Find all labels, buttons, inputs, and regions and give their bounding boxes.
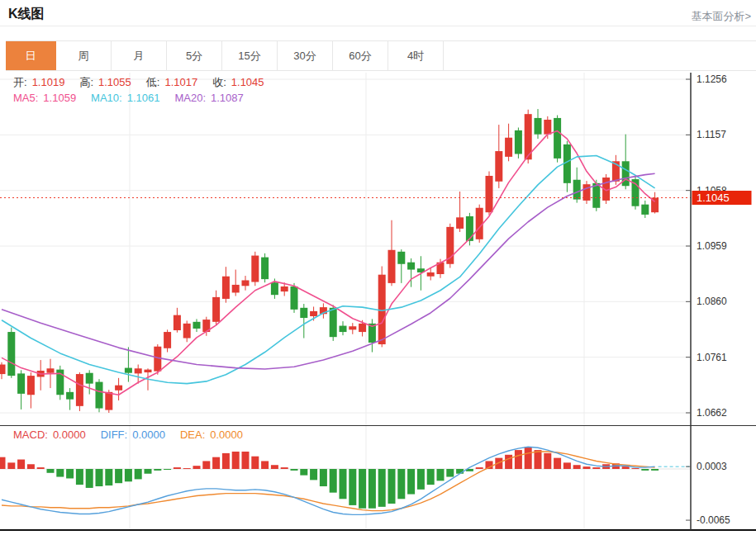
macd-axis-labels: 0.0003-0.0065 xyxy=(686,461,730,526)
svg-text:1.0662: 1.0662 xyxy=(697,407,727,419)
svg-text:-0.0065: -0.0065 xyxy=(697,514,730,526)
dea-value: 0.0000 xyxy=(210,428,243,441)
candle-12 xyxy=(115,386,122,391)
candle-42 xyxy=(407,263,415,270)
price-tag: 1.1045 xyxy=(692,191,752,205)
candle-26 xyxy=(251,256,259,282)
candle-22 xyxy=(212,297,220,322)
candle-47 xyxy=(456,217,464,229)
close-value: 1.1045 xyxy=(231,76,264,88)
candle-10 xyxy=(96,382,103,409)
macd-label: MACD: xyxy=(13,428,48,441)
candle-61 xyxy=(592,183,600,208)
candle-24 xyxy=(232,285,240,293)
candle-32 xyxy=(310,311,317,316)
low-label: 低: xyxy=(146,76,160,88)
candle-55 xyxy=(535,118,542,135)
candle-40 xyxy=(388,250,396,283)
ma20-line xyxy=(2,173,655,369)
svg-text:0.0003: 0.0003 xyxy=(697,461,727,472)
candle-52 xyxy=(505,138,512,157)
candle-51 xyxy=(495,151,502,182)
candle-7 xyxy=(66,392,74,400)
kline-page: K线图 基本面分析> 日周月5分15分30分60分4时 1.12561.1157… xyxy=(0,0,756,535)
price-axis-labels: 1.12561.11571.10581.09591.08601.07611.06… xyxy=(686,73,727,419)
candle-25 xyxy=(242,280,250,286)
dea-label: DEA: xyxy=(180,428,205,441)
candle-53 xyxy=(515,130,522,154)
candle-41 xyxy=(397,252,405,264)
candle-23 xyxy=(222,277,230,299)
high-label: 高: xyxy=(79,76,93,88)
candle-8 xyxy=(76,374,83,406)
candle-27 xyxy=(261,258,269,280)
ma5-value: 1.1059 xyxy=(43,92,76,104)
macd-histogram xyxy=(0,447,659,508)
candle-20 xyxy=(193,322,201,329)
candle-44 xyxy=(427,272,435,277)
ma5-line xyxy=(2,131,655,395)
svg-text:1.0860: 1.0860 xyxy=(697,296,727,307)
candle-57 xyxy=(554,118,561,159)
candle-9 xyxy=(86,373,93,384)
candle-50 xyxy=(486,176,493,212)
candle-30 xyxy=(291,286,298,310)
candle-64 xyxy=(622,161,630,186)
svg-text:1.1045: 1.1045 xyxy=(697,192,730,204)
candle-31 xyxy=(300,308,307,318)
candle-66 xyxy=(641,205,649,215)
close-label: 收: xyxy=(212,76,226,88)
svg-text:1.1157: 1.1157 xyxy=(697,129,726,140)
candle-37 xyxy=(359,324,366,332)
candle-0 xyxy=(0,365,6,375)
ma10-line xyxy=(2,155,655,383)
candle-56 xyxy=(544,120,551,135)
candle-48 xyxy=(466,216,473,241)
ma10-value: 1.1061 xyxy=(127,92,160,104)
candle-59 xyxy=(573,180,581,200)
candle-28 xyxy=(271,282,278,295)
candle-19 xyxy=(183,324,191,339)
open-value: 1.1019 xyxy=(32,76,65,88)
diff-value: 0.0000 xyxy=(132,428,165,441)
candle-16 xyxy=(154,347,161,372)
candle-29 xyxy=(281,286,288,291)
ma20-value: 1.1087 xyxy=(211,92,244,104)
candle-35 xyxy=(340,326,347,332)
macd-value: 0.0000 xyxy=(53,428,86,441)
candle-14 xyxy=(135,368,142,373)
ma5-label: MA5: xyxy=(13,92,38,104)
candle-11 xyxy=(105,392,112,410)
candle-13 xyxy=(125,368,132,373)
candle-15 xyxy=(145,370,152,372)
svg-text:1.0761: 1.0761 xyxy=(697,352,727,363)
ma20-label: MA20: xyxy=(174,92,206,104)
candle-2 xyxy=(17,373,25,393)
ohlc-info-row: 开:1.1019高:1.1055低:1.1017收:1.1045 xyxy=(13,75,269,90)
high-value: 1.1055 xyxy=(98,76,131,88)
candle-18 xyxy=(174,315,181,330)
svg-text:1.1256: 1.1256 xyxy=(697,73,727,85)
svg-text:1.0959: 1.0959 xyxy=(697,240,727,252)
ma10-label: MA10: xyxy=(91,92,122,104)
candle-36 xyxy=(349,326,356,329)
diff-label: DIFF: xyxy=(101,428,128,441)
candle-39 xyxy=(378,275,386,344)
candle-3 xyxy=(27,376,35,395)
low-value: 1.1017 xyxy=(164,76,197,88)
grid-layer xyxy=(0,73,691,530)
open-label: 开: xyxy=(13,76,27,88)
candle-34 xyxy=(330,308,337,337)
ma-info-row: MA5:1.1059MA10:1.1061MA20:1.1087 xyxy=(13,92,249,104)
candle-1 xyxy=(7,332,15,376)
candle-5 xyxy=(47,368,55,372)
candle-17 xyxy=(164,332,171,348)
macd-info-row: MACD:0.0000DIFF:0.0000DEA:0.0000 xyxy=(13,428,248,441)
